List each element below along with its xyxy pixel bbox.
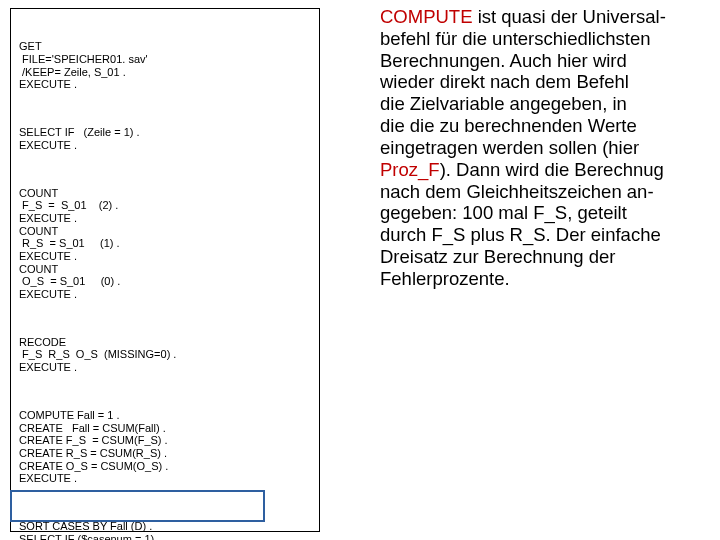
description-text: COMPUTE ist quasi der Universal- befehl … xyxy=(380,6,718,290)
keyword-compute: COMPUTE xyxy=(380,6,473,27)
code-block-get: GET FILE='SPEICHER01. sav' /KEEP= Zeile,… xyxy=(19,40,311,91)
code-block-sort: SORT CASES BY Fall (D) . SELECT IF ($cas… xyxy=(19,520,311,540)
slide: GET FILE='SPEICHER01. sav' /KEEP= Zeile,… xyxy=(0,0,720,540)
code-block-count: COUNT F_S = S_01 (2) . EXECUTE . COUNT R… xyxy=(19,187,311,301)
code-block-compute-create: COMPUTE Fall = 1 . CREATE Fall = CSUM(Fa… xyxy=(19,409,311,485)
keyword-proz-f: Proz_F xyxy=(380,159,440,180)
code-box: GET FILE='SPEICHER01. sav' /KEEP= Zeile,… xyxy=(10,8,320,532)
code-block-select: SELECT IF (Zeile = 1) . EXECUTE . xyxy=(19,126,311,151)
code-block-recode: RECODE F_S R_S O_S (MISSING=0) . EXECUTE… xyxy=(19,336,311,374)
desc-part-1: ist quasi der Universal- befehl für die … xyxy=(380,6,666,158)
